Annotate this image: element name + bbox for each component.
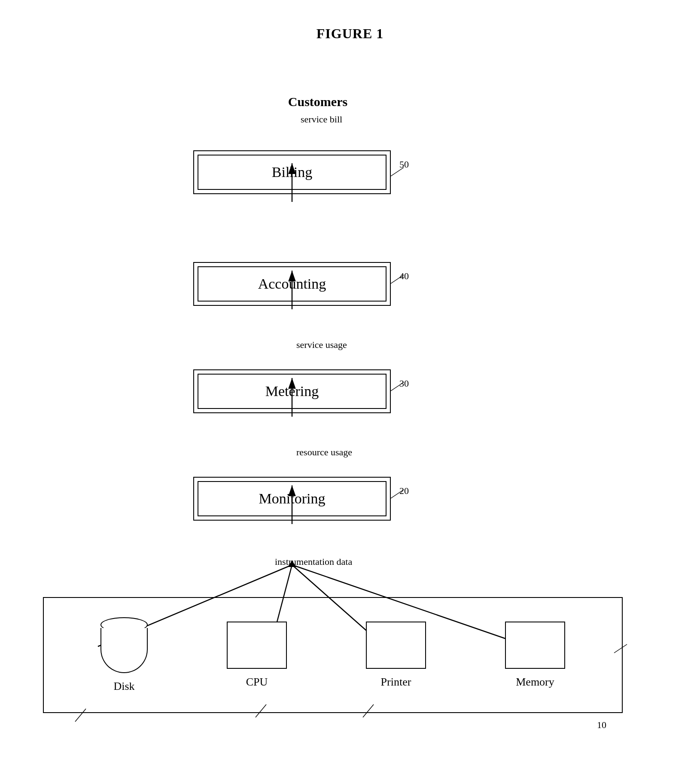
monitoring-box-inner: Monitoring — [198, 481, 387, 516]
instrumentation-label: instrumentation data — [275, 556, 352, 567]
cpu-container: CPU — [227, 622, 287, 689]
diagram: Customers service bill Billing 50 Accoun… — [0, 52, 700, 756]
disk-container: Disk — [100, 617, 148, 693]
memory-label: Memory — [516, 676, 554, 689]
memory-container: Memory — [505, 622, 565, 689]
service-bill-label: service bill — [301, 114, 342, 125]
billing-box-inner: Billing — [198, 155, 387, 190]
accounting-box-outer: Accounting — [193, 262, 391, 306]
metering-box-inner: Metering — [198, 374, 387, 409]
resources-outer-box: Disk CPU Printer Memory — [43, 597, 623, 713]
label-40: 40 — [399, 271, 409, 282]
printer-icon — [366, 622, 426, 669]
resource-usage-label: resource usage — [296, 447, 352, 458]
label-10-outer: 10 — [597, 719, 606, 731]
monitoring-box-outer: Monitoring — [193, 477, 391, 521]
disk-icon — [100, 617, 148, 673]
cpu-label: CPU — [246, 676, 268, 689]
disk-label: Disk — [113, 680, 134, 693]
printer-container: Printer — [366, 622, 426, 689]
memory-icon — [505, 622, 565, 669]
billing-box-outer: Billing — [193, 150, 391, 194]
label-20: 20 — [399, 485, 409, 497]
page-title: FIGURE 1 — [0, 0, 700, 42]
label-50: 50 — [399, 159, 409, 170]
customers-label: Customers — [253, 94, 382, 109]
cpu-icon — [227, 622, 287, 669]
printer-label: Printer — [381, 676, 411, 689]
accounting-box-inner: Accounting — [198, 266, 387, 302]
label-30: 30 — [399, 378, 409, 389]
service-usage-label: service usage — [296, 339, 347, 351]
metering-box-outer: Metering — [193, 369, 391, 413]
